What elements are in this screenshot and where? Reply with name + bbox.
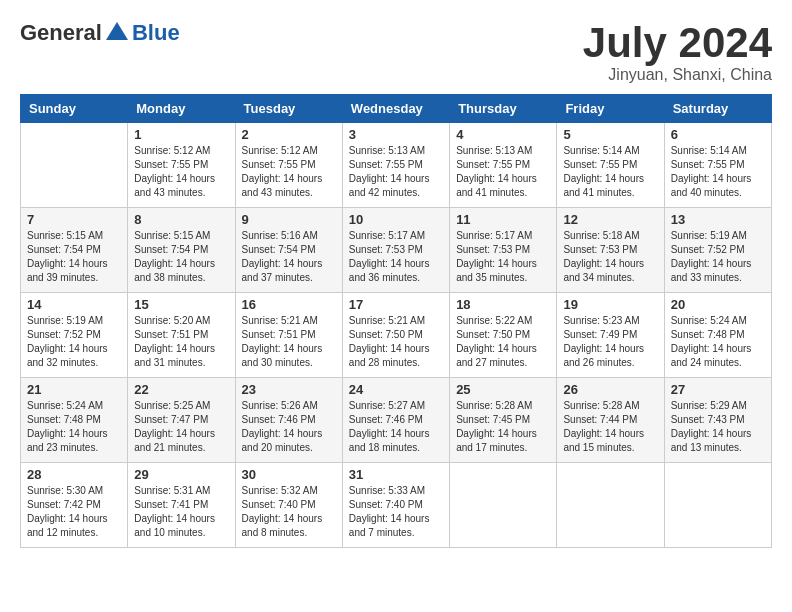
calendar-cell: 19Sunrise: 5:23 AM Sunset: 7:49 PM Dayli… (557, 293, 664, 378)
day-number: 25 (456, 382, 550, 397)
day-number: 16 (242, 297, 336, 312)
calendar-cell: 28Sunrise: 5:30 AM Sunset: 7:42 PM Dayli… (21, 463, 128, 548)
day-number: 2 (242, 127, 336, 142)
day-number: 18 (456, 297, 550, 312)
day-info: Sunrise: 5:23 AM Sunset: 7:49 PM Dayligh… (563, 314, 657, 370)
day-number: 1 (134, 127, 228, 142)
calendar-cell: 11Sunrise: 5:17 AM Sunset: 7:53 PM Dayli… (450, 208, 557, 293)
calendar-cell (664, 463, 771, 548)
day-number: 24 (349, 382, 443, 397)
day-number: 26 (563, 382, 657, 397)
location: Jinyuan, Shanxi, China (583, 66, 772, 84)
calendar-week-row: 14Sunrise: 5:19 AM Sunset: 7:52 PM Dayli… (21, 293, 772, 378)
calendar-week-row: 28Sunrise: 5:30 AM Sunset: 7:42 PM Dayli… (21, 463, 772, 548)
day-number: 6 (671, 127, 765, 142)
day-info: Sunrise: 5:18 AM Sunset: 7:53 PM Dayligh… (563, 229, 657, 285)
day-info: Sunrise: 5:17 AM Sunset: 7:53 PM Dayligh… (456, 229, 550, 285)
calendar-cell: 12Sunrise: 5:18 AM Sunset: 7:53 PM Dayli… (557, 208, 664, 293)
day-info: Sunrise: 5:27 AM Sunset: 7:46 PM Dayligh… (349, 399, 443, 455)
day-number: 3 (349, 127, 443, 142)
day-info: Sunrise: 5:15 AM Sunset: 7:54 PM Dayligh… (27, 229, 121, 285)
calendar-header-monday: Monday (128, 95, 235, 123)
day-number: 13 (671, 212, 765, 227)
calendar-cell: 29Sunrise: 5:31 AM Sunset: 7:41 PM Dayli… (128, 463, 235, 548)
day-info: Sunrise: 5:19 AM Sunset: 7:52 PM Dayligh… (27, 314, 121, 370)
day-number: 10 (349, 212, 443, 227)
calendar-cell: 23Sunrise: 5:26 AM Sunset: 7:46 PM Dayli… (235, 378, 342, 463)
day-info: Sunrise: 5:26 AM Sunset: 7:46 PM Dayligh… (242, 399, 336, 455)
day-info: Sunrise: 5:12 AM Sunset: 7:55 PM Dayligh… (242, 144, 336, 200)
day-info: Sunrise: 5:15 AM Sunset: 7:54 PM Dayligh… (134, 229, 228, 285)
day-number: 22 (134, 382, 228, 397)
day-info: Sunrise: 5:28 AM Sunset: 7:45 PM Dayligh… (456, 399, 550, 455)
day-number: 21 (27, 382, 121, 397)
logo: General Blue (20, 20, 180, 46)
day-info: Sunrise: 5:33 AM Sunset: 7:40 PM Dayligh… (349, 484, 443, 540)
logo-blue-text: Blue (132, 20, 180, 45)
month-title: July 2024 (583, 20, 772, 66)
calendar-week-row: 1Sunrise: 5:12 AM Sunset: 7:55 PM Daylig… (21, 123, 772, 208)
day-number: 9 (242, 212, 336, 227)
calendar-cell: 26Sunrise: 5:28 AM Sunset: 7:44 PM Dayli… (557, 378, 664, 463)
day-info: Sunrise: 5:22 AM Sunset: 7:50 PM Dayligh… (456, 314, 550, 370)
day-info: Sunrise: 5:28 AM Sunset: 7:44 PM Dayligh… (563, 399, 657, 455)
day-info: Sunrise: 5:32 AM Sunset: 7:40 PM Dayligh… (242, 484, 336, 540)
day-info: Sunrise: 5:24 AM Sunset: 7:48 PM Dayligh… (671, 314, 765, 370)
day-number: 15 (134, 297, 228, 312)
svg-marker-0 (106, 22, 128, 40)
calendar-cell: 10Sunrise: 5:17 AM Sunset: 7:53 PM Dayli… (342, 208, 449, 293)
day-number: 7 (27, 212, 121, 227)
day-info: Sunrise: 5:21 AM Sunset: 7:50 PM Dayligh… (349, 314, 443, 370)
calendar-cell (21, 123, 128, 208)
calendar-header-friday: Friday (557, 95, 664, 123)
day-number: 20 (671, 297, 765, 312)
day-info: Sunrise: 5:29 AM Sunset: 7:43 PM Dayligh… (671, 399, 765, 455)
calendar-header-wednesday: Wednesday (342, 95, 449, 123)
day-info: Sunrise: 5:20 AM Sunset: 7:51 PM Dayligh… (134, 314, 228, 370)
day-info: Sunrise: 5:21 AM Sunset: 7:51 PM Dayligh… (242, 314, 336, 370)
calendar-cell: 15Sunrise: 5:20 AM Sunset: 7:51 PM Dayli… (128, 293, 235, 378)
calendar-cell: 24Sunrise: 5:27 AM Sunset: 7:46 PM Dayli… (342, 378, 449, 463)
day-info: Sunrise: 5:13 AM Sunset: 7:55 PM Dayligh… (349, 144, 443, 200)
day-number: 31 (349, 467, 443, 482)
calendar-header-tuesday: Tuesday (235, 95, 342, 123)
day-info: Sunrise: 5:24 AM Sunset: 7:48 PM Dayligh… (27, 399, 121, 455)
day-info: Sunrise: 5:30 AM Sunset: 7:42 PM Dayligh… (27, 484, 121, 540)
day-info: Sunrise: 5:12 AM Sunset: 7:55 PM Dayligh… (134, 144, 228, 200)
calendar-header-saturday: Saturday (664, 95, 771, 123)
day-number: 5 (563, 127, 657, 142)
day-info: Sunrise: 5:13 AM Sunset: 7:55 PM Dayligh… (456, 144, 550, 200)
day-info: Sunrise: 5:25 AM Sunset: 7:47 PM Dayligh… (134, 399, 228, 455)
day-number: 29 (134, 467, 228, 482)
calendar-header-row: SundayMondayTuesdayWednesdayThursdayFrid… (21, 95, 772, 123)
calendar-cell: 9Sunrise: 5:16 AM Sunset: 7:54 PM Daylig… (235, 208, 342, 293)
day-number: 30 (242, 467, 336, 482)
calendar-cell: 13Sunrise: 5:19 AM Sunset: 7:52 PM Dayli… (664, 208, 771, 293)
day-number: 27 (671, 382, 765, 397)
calendar-cell: 1Sunrise: 5:12 AM Sunset: 7:55 PM Daylig… (128, 123, 235, 208)
calendar-cell: 21Sunrise: 5:24 AM Sunset: 7:48 PM Dayli… (21, 378, 128, 463)
calendar-cell: 16Sunrise: 5:21 AM Sunset: 7:51 PM Dayli… (235, 293, 342, 378)
calendar-cell: 18Sunrise: 5:22 AM Sunset: 7:50 PM Dayli… (450, 293, 557, 378)
calendar-week-row: 7Sunrise: 5:15 AM Sunset: 7:54 PM Daylig… (21, 208, 772, 293)
title-block: July 2024 Jinyuan, Shanxi, China (583, 20, 772, 84)
day-number: 28 (27, 467, 121, 482)
day-info: Sunrise: 5:14 AM Sunset: 7:55 PM Dayligh… (671, 144, 765, 200)
calendar-cell: 30Sunrise: 5:32 AM Sunset: 7:40 PM Dayli… (235, 463, 342, 548)
day-number: 11 (456, 212, 550, 227)
logo-general-text: General (20, 20, 102, 46)
calendar-cell: 25Sunrise: 5:28 AM Sunset: 7:45 PM Dayli… (450, 378, 557, 463)
calendar-header-sunday: Sunday (21, 95, 128, 123)
calendar-cell: 4Sunrise: 5:13 AM Sunset: 7:55 PM Daylig… (450, 123, 557, 208)
calendar-cell (557, 463, 664, 548)
calendar-cell: 3Sunrise: 5:13 AM Sunset: 7:55 PM Daylig… (342, 123, 449, 208)
calendar-cell: 31Sunrise: 5:33 AM Sunset: 7:40 PM Dayli… (342, 463, 449, 548)
day-number: 23 (242, 382, 336, 397)
calendar-table: SundayMondayTuesdayWednesdayThursdayFrid… (20, 94, 772, 548)
calendar-cell: 20Sunrise: 5:24 AM Sunset: 7:48 PM Dayli… (664, 293, 771, 378)
day-info: Sunrise: 5:19 AM Sunset: 7:52 PM Dayligh… (671, 229, 765, 285)
calendar-header-thursday: Thursday (450, 95, 557, 123)
day-info: Sunrise: 5:31 AM Sunset: 7:41 PM Dayligh… (134, 484, 228, 540)
calendar-cell: 2Sunrise: 5:12 AM Sunset: 7:55 PM Daylig… (235, 123, 342, 208)
day-number: 14 (27, 297, 121, 312)
